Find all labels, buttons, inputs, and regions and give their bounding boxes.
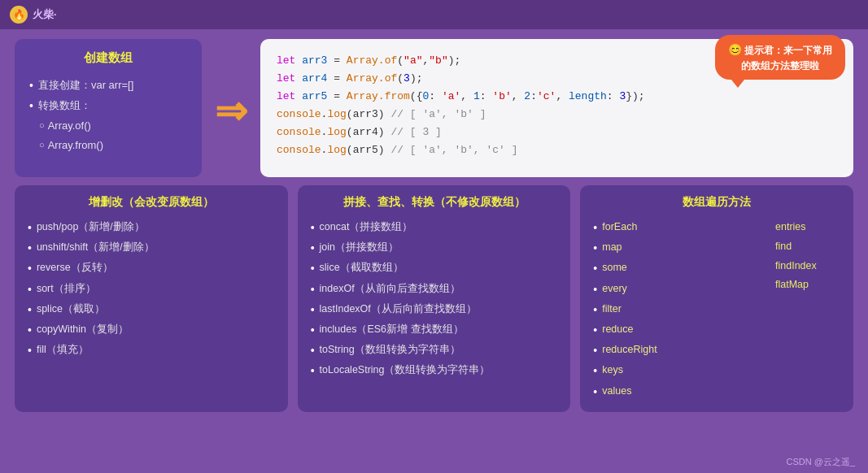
item-text: filter xyxy=(602,300,622,319)
sub-list-item: Array.from() xyxy=(39,136,187,154)
mutate-card-title: 增删改（会改变原数组） xyxy=(28,195,275,210)
item-text: findIndex xyxy=(775,260,817,271)
sub-list: Array.of() Array.from() xyxy=(39,116,187,154)
traverse-card: 数组遍历方法 forEach map some every filter red… xyxy=(580,185,853,412)
traverse-card-title: 数组遍历方法 xyxy=(593,195,840,210)
bottom-row: 增删改（会改变原数组） push/pop（新增/删除） unshift/shif… xyxy=(15,185,853,412)
traverse-list-2: entries find findIndex flatMap xyxy=(775,218,840,295)
item-text: 直接创建：var arr=[] xyxy=(38,76,133,94)
footer-text: CSDN @云之遥_ xyxy=(786,457,855,466)
list-item: push/pop（新增/删除） xyxy=(28,218,275,238)
footer: CSDN @云之遥_ xyxy=(786,456,855,468)
logo-text: 火柴· xyxy=(33,7,57,22)
item-text: fill（填充） xyxy=(37,341,89,359)
item-text: some xyxy=(602,258,627,277)
list-item: lastIndexOf（从后向前查找数组） xyxy=(311,300,558,320)
list-item: 直接创建：var arr=[] xyxy=(29,76,187,96)
speech-bubble: 😊 提示君：来一下常用的数组方法整理啦 xyxy=(715,35,845,80)
code-line-6: console.log(arr5) // [ 'a', 'b', 'c' ] xyxy=(277,141,837,159)
code-line-5: console.log(arr4) // [ 3 ] xyxy=(277,124,837,141)
item-text: concat（拼接数组） xyxy=(320,218,413,236)
main-content: 😊 提示君：来一下常用的数组方法整理啦 创建数组 直接创建：var arr=[]… xyxy=(0,29,868,419)
create-card-list: 直接创建：var arr=[] 转换数组： xyxy=(29,76,187,116)
mutate-list: push/pop（新增/删除） unshift/shift（新增/删除） rev… xyxy=(28,218,275,361)
logo-area: 🔥 火柴· xyxy=(10,6,57,24)
bubble-text: 提示君：来一下常用的数组方法整理啦 xyxy=(741,45,832,72)
list-item: slice（截取数组） xyxy=(311,258,558,279)
traverse-inner: forEach map some every filter reduce red… xyxy=(593,218,840,402)
list-item: some xyxy=(593,258,775,279)
list-item: fill（填充） xyxy=(28,341,275,361)
item-text: flatMap xyxy=(775,279,809,290)
list-item: reduceRight xyxy=(593,341,775,361)
item-text: entries xyxy=(775,221,806,232)
code-line-3: let arr5 = Array.from({0: 'a', 1: 'b', 2… xyxy=(277,88,837,106)
list-item: filter xyxy=(593,300,775,320)
list-item: copyWithin（复制） xyxy=(28,320,275,341)
item-text: unshift/shift（新增/删除） xyxy=(37,238,155,257)
item-text: reduce xyxy=(602,320,633,339)
item-text: push/pop（新增/删除） xyxy=(37,218,145,236)
item-text: lastIndexOf（从后向前查找数组） xyxy=(320,300,477,319)
sub-item-text: Array.of() xyxy=(48,116,91,135)
list-item: indexOf（从前向后查找数组） xyxy=(311,280,558,300)
code-line-4: console.log(arr3) // [ 'a', 'b' ] xyxy=(277,106,837,124)
item-text: every xyxy=(602,280,627,298)
item-text: indexOf（从前向后查找数组） xyxy=(320,280,460,298)
mutate-card: 增删改（会改变原数组） push/pop（新增/删除） unshift/shif… xyxy=(15,185,288,412)
search-card-title: 拼接、查找、转换（不修改原数组） xyxy=(311,195,558,210)
item-text: splice（截取） xyxy=(37,300,105,319)
list-item: values xyxy=(593,382,775,402)
list-item: 转换数组： xyxy=(29,96,187,116)
traverse-list-1: forEach map some every filter reduce red… xyxy=(593,218,775,402)
header-bar: 🔥 火柴· xyxy=(0,0,868,29)
list-item: join（拼接数组） xyxy=(311,238,558,258)
traverse-col2: entries find findIndex flatMap xyxy=(775,218,840,402)
item-text: forEach xyxy=(602,218,637,236)
logo-icon: 🔥 xyxy=(10,6,28,24)
create-card-title: 创建数组 xyxy=(29,50,187,66)
item-text: values xyxy=(602,382,631,401)
list-item: sort（排序） xyxy=(28,280,275,300)
list-item: findIndex xyxy=(775,257,840,276)
list-item: reverse（反转） xyxy=(28,258,275,279)
list-item: reduce xyxy=(593,320,775,341)
bubble-emoji: 😊 xyxy=(728,43,742,56)
sub-item-text: Array.from() xyxy=(48,136,103,154)
item-text: 转换数组： xyxy=(38,96,91,115)
list-item: includes（ES6新增 查找数组） xyxy=(311,320,558,341)
arrow-icon: ⇒ xyxy=(215,88,247,133)
item-text: copyWithin（复制） xyxy=(37,320,129,339)
item-text: toString（数组转换为字符串） xyxy=(320,341,460,359)
item-text: includes（ES6新增 查找数组） xyxy=(320,320,464,339)
list-item: every xyxy=(593,280,775,300)
list-item: concat（拼接数组） xyxy=(311,218,558,238)
item-text: sort（排序） xyxy=(37,280,96,298)
item-text: reduceRight xyxy=(602,341,656,359)
traverse-col1: forEach map some every filter reduce red… xyxy=(593,218,775,402)
list-item: splice（截取） xyxy=(28,300,275,320)
item-text: reverse（反转） xyxy=(37,258,113,277)
item-text: join（拼接数组） xyxy=(320,238,399,257)
item-text: keys xyxy=(602,361,623,380)
item-text: toLocaleString（数组转换为字符串） xyxy=(320,361,491,380)
list-item: entries xyxy=(775,218,840,237)
item-text: find xyxy=(775,241,792,252)
list-item: unshift/shift（新增/删除） xyxy=(28,238,275,258)
list-item: forEach xyxy=(593,218,775,238)
sub-list-item: Array.of() xyxy=(39,116,187,135)
search-card: 拼接、查找、转换（不修改原数组） concat（拼接数组） join（拼接数组）… xyxy=(298,185,571,412)
top-row: 😊 提示君：来一下常用的数组方法整理啦 创建数组 直接创建：var arr=[]… xyxy=(15,39,853,177)
create-array-card: 创建数组 直接创建：var arr=[] 转换数组： Array.of() Ar… xyxy=(15,39,202,177)
list-item: toString（数组转换为字符串） xyxy=(311,341,558,361)
list-item: find xyxy=(775,237,840,257)
item-text: slice（截取数组） xyxy=(320,258,403,277)
arrow-container: ⇒ xyxy=(215,39,247,133)
list-item: flatMap xyxy=(775,276,840,295)
search-list: concat（拼接数组） join（拼接数组） slice（截取数组） inde… xyxy=(311,218,558,382)
list-item: map xyxy=(593,238,775,258)
list-item: toLocaleString（数组转换为字符串） xyxy=(311,361,558,381)
list-item: keys xyxy=(593,361,775,381)
item-text: map xyxy=(602,238,622,257)
